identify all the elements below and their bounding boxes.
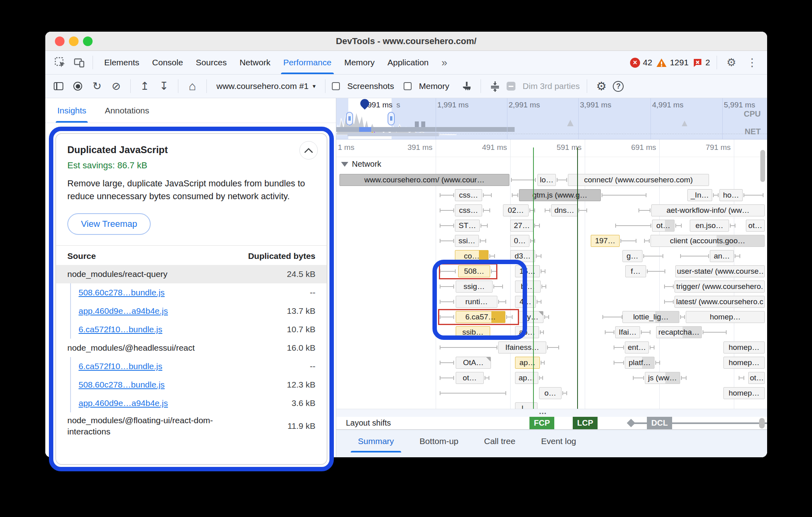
network-request-bar[interactable]: ot… (746, 220, 765, 232)
network-request-bar[interactable]: Ifainess… (498, 341, 546, 353)
sidebar-tab-annotations[interactable]: Annotations (105, 98, 149, 123)
network-request-bar[interactable]: www.coursehero.com/ (www.cour… (339, 174, 509, 186)
network-request-bar[interactable]: ST… (455, 220, 480, 232)
dim-third-parties-toggle[interactable] (507, 82, 515, 91)
network-request-bar[interactable]: ot… (748, 372, 765, 384)
network-request-bar[interactable]: js (ww… (645, 372, 680, 384)
device-toolbar-icon[interactable] (71, 54, 88, 71)
network-request-bar[interactable]: ssi… (455, 235, 479, 247)
network-request-bar[interactable]: f… (625, 265, 646, 277)
sidebar-tab-insights[interactable]: Insights (57, 98, 86, 123)
more-tabs-icon[interactable]: » (437, 57, 451, 69)
collapsed-rows-indicator[interactable]: … (336, 409, 767, 417)
screenshots-checkbox[interactable] (332, 82, 340, 90)
overview-left-handle[interactable]: ‖ (346, 112, 353, 125)
vertical-scrollbar[interactable] (760, 150, 765, 182)
collapse-flame-icon[interactable] (487, 79, 503, 94)
collapse-insight-button[interactable] (299, 141, 318, 160)
settings-gear-icon[interactable]: ⚙ (723, 56, 739, 69)
network-request-bar[interactable]: homep… (723, 387, 765, 399)
issues-count-badge[interactable]: 2 (693, 58, 710, 68)
network-request-bar[interactable]: o… (539, 387, 562, 399)
tab-elements[interactable]: Elements (98, 51, 146, 74)
network-request-bar[interactable]: homep… (686, 311, 765, 323)
network-request-bar[interactable]: 197… (591, 235, 620, 247)
download-profile-icon[interactable]: ↧ (156, 79, 172, 94)
view-treemap-button[interactable]: View Treemap (67, 213, 151, 235)
network-request-bar[interactable]: 27… (510, 220, 533, 232)
network-request-bar[interactable]: lottie_lig… (622, 311, 679, 323)
minimize-window-button[interactable] (69, 36, 79, 46)
tab-console[interactable]: Console (146, 51, 190, 74)
network-request-bar[interactable]: client (accounts.goo… (650, 235, 765, 247)
network-request-bar[interactable]: lo… (537, 174, 556, 186)
network-request-bar[interactable]: user-state/ (www.course… (675, 265, 765, 277)
fcp-badge[interactable]: FCP (529, 417, 554, 429)
scrollbar-thumb[interactable] (759, 418, 765, 428)
zoom-window-button[interactable] (83, 36, 93, 46)
timeline-overview[interactable]: 991 mss1,991 ms2,991 ms3,991 ms4,991 ms5… (336, 98, 767, 139)
network-request-bar[interactable]: ot… (652, 220, 675, 232)
source-file-link[interactable]: 508.60c278…bundle.js (79, 380, 165, 390)
network-request-bar[interactable]: 0… (510, 235, 529, 247)
network-request-bar[interactable]: connect/ (www.coursehero.com) (568, 174, 709, 186)
lcp-badge[interactable]: LCP (573, 417, 598, 429)
network-request-bar[interactable]: dns… (551, 204, 578, 216)
network-request-bar[interactable]: _In… (687, 189, 712, 201)
tab-memory[interactable]: Memory (338, 51, 381, 74)
kebab-menu-icon[interactable]: ⋮ (743, 56, 761, 69)
garbage-collect-icon[interactable] (459, 79, 474, 94)
network-request-bar[interactable]: aet-workflow-info/ (ww… (651, 204, 765, 216)
overview-right-handle[interactable]: ‖ (388, 112, 395, 125)
network-request-bar[interactable]: 02… (503, 204, 529, 216)
network-request-bar[interactable]: latest/ (www.coursehero.c (675, 296, 765, 308)
network-request-bar[interactable]: homep… (723, 341, 765, 353)
network-request-bar[interactable]: css… (455, 204, 482, 216)
help-icon[interactable]: ? (613, 81, 624, 92)
reload-and-record-icon[interactable]: ↻ (89, 79, 105, 94)
network-track-header[interactable]: Network (341, 160, 381, 169)
tab-network[interactable]: Network (233, 51, 277, 74)
network-request-bar[interactable]: g… (622, 250, 642, 262)
record-icon[interactable] (70, 79, 85, 94)
warning-count-badge[interactable]: 1291 (656, 58, 689, 68)
source-file-link[interactable]: 508.60c278…bundle.js (79, 288, 165, 297)
inspect-element-icon[interactable] (52, 54, 69, 71)
bottom-tab-summary[interactable]: Summary (345, 430, 407, 452)
network-request-bar[interactable]: trigger/ (www.coursehero. (675, 281, 765, 293)
network-request-bar[interactable]: ap… (515, 372, 538, 384)
network-request-bar[interactable]: ent… (625, 341, 649, 353)
dcl-badge[interactable]: DCL (647, 417, 672, 429)
bottom-tab-event-log[interactable]: Event log (528, 430, 589, 452)
network-request-bar[interactable]: gtm.js (www.g… (519, 189, 601, 201)
source-file-link[interactable]: 6.ca572f10…bundle.js (79, 325, 162, 334)
tab-performance[interactable]: Performance (277, 51, 338, 74)
tab-application[interactable]: Application (381, 51, 435, 74)
history-select[interactable]: www.coursehero.com #1 ▾ (213, 81, 319, 91)
clear-icon[interactable]: ⊘ (109, 79, 124, 94)
network-request-bar[interactable]: an… (710, 250, 734, 262)
memory-checkbox[interactable] (404, 82, 412, 90)
error-count-badge[interactable]: × 42 (630, 58, 652, 68)
network-request-bar[interactable]: OtA… (456, 357, 491, 369)
network-request-bar[interactable]: platf… (625, 357, 654, 369)
capture-settings-gear-icon[interactable]: ⚙ (594, 79, 609, 94)
network-request-bar[interactable]: ot… (456, 372, 484, 384)
network-request-bar[interactable]: css… (455, 189, 482, 201)
upload-profile-icon[interactable]: ↥ (137, 79, 152, 94)
network-request-bar[interactable]: en.jso… (690, 220, 729, 232)
source-file-link[interactable]: app.460d9e…a94b4e.js (79, 398, 168, 408)
flame-chart[interactable]: 1 ms391 ms491 ms591 ms691 ms791 ms Netwo… (336, 139, 767, 417)
network-request-bar[interactable]: ho… (719, 189, 743, 201)
network-request-bar[interactable]: recaptcha… (656, 326, 702, 338)
network-request-bar[interactable]: homep… (723, 357, 765, 369)
source-file-link[interactable]: app.460d9e…a94b4e.js (79, 306, 168, 316)
bottom-tab-bottom-up[interactable]: Bottom-up (407, 430, 471, 452)
source-file-link[interactable]: 6.ca572f10…bundle.js (79, 361, 162, 371)
bottom-tab-call-tree[interactable]: Call tree (471, 430, 528, 452)
network-request-bar[interactable]: ap… (515, 357, 540, 369)
home-icon[interactable]: ⌂ (185, 79, 200, 94)
close-window-button[interactable] (55, 36, 65, 46)
network-request-bar[interactable]: Ifai… (615, 326, 640, 338)
toggle-sidebar-icon[interactable] (51, 79, 66, 94)
